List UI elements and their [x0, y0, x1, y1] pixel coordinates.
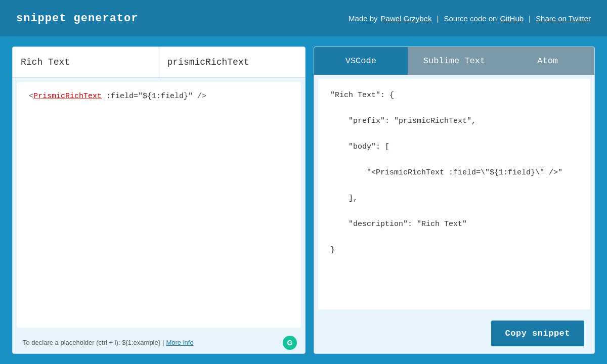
header: snippet generator Made by Pawel Grzybek … [0, 0, 607, 36]
github-link[interactable]: GitHub [500, 14, 524, 23]
left-footer: To declare a placeholder (ctrl + i): ${1… [13, 332, 305, 353]
grammarly-icon: G [283, 336, 297, 350]
twitter-link[interactable]: Share on Twitter [536, 14, 591, 23]
snippet-output: "Rich Text": { "prefix": "prismicRichTex… [318, 79, 590, 309]
header-links: Made by Pawel Grzybek | Source code on G… [349, 14, 591, 23]
tab-sublime-text[interactable]: Sublime Text [408, 47, 501, 75]
tab-vscode[interactable]: VSCode [314, 47, 408, 75]
app-title: snippet generator [16, 12, 138, 25]
right-footer: Copy snippet [314, 313, 594, 353]
made-by-text: Made by [349, 14, 378, 23]
left-inputs [13, 47, 305, 78]
right-panel: VSCode Sublime Text Atom "Rich Text": { … [314, 47, 595, 354]
left-panel: <PrismicRichText :field="${1:field}" /> … [12, 47, 306, 354]
copy-snippet-button[interactable]: Copy snippet [491, 321, 584, 346]
main-content: <PrismicRichText :field="${1:field}" /> … [0, 36, 607, 364]
source-text: Source code on [444, 14, 497, 23]
field-prefix-input[interactable] [159, 47, 306, 77]
more-info-link[interactable]: More info [166, 339, 193, 346]
separator-1: | [437, 14, 439, 23]
code-preview: <PrismicRichText :field="${1:field}" /> [17, 82, 301, 328]
field-name-input[interactable] [13, 47, 159, 77]
footer-separator: | [162, 339, 164, 346]
tab-atom[interactable]: Atom [501, 47, 594, 75]
editor-tabs: VSCode Sublime Text Atom [314, 47, 594, 75]
author-link[interactable]: Pawel Grzybek [381, 14, 432, 23]
separator-2: | [529, 14, 531, 23]
footer-hint-text: To declare a placeholder (ctrl + i): ${1… [23, 339, 160, 346]
